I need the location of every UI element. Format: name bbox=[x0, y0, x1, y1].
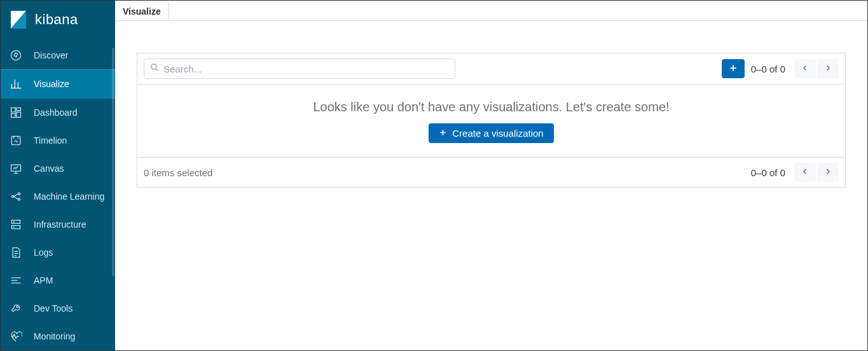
pager-prev-button[interactable] bbox=[794, 163, 816, 182]
svg-rect-5 bbox=[17, 112, 21, 117]
sidebar-item-dev-tools[interactable]: Dev Tools bbox=[1, 294, 115, 322]
chevron-left-icon bbox=[801, 64, 809, 74]
sidebar-item-dashboard[interactable]: Dashboard bbox=[1, 99, 115, 127]
sidebar-item-label: Visualize bbox=[34, 79, 69, 89]
panel-footer: 0 items selected 0–0 of 0 bbox=[137, 158, 845, 187]
kibana-logo-icon bbox=[8, 10, 29, 30]
sidebar-item-label: APM bbox=[34, 275, 53, 286]
wrench-icon bbox=[10, 302, 22, 315]
pager-next-button[interactable] bbox=[817, 59, 839, 78]
dashboard-icon bbox=[10, 106, 22, 119]
infrastructure-icon bbox=[10, 218, 22, 231]
sidebar-scrollbar[interactable] bbox=[112, 48, 114, 277]
svg-rect-3 bbox=[11, 108, 16, 113]
svg-rect-12 bbox=[11, 220, 20, 223]
visualization-list-panel: 0–0 of 0 bbox=[137, 53, 846, 188]
plus-icon bbox=[729, 62, 738, 76]
sidebar-item-label: Infrastructure bbox=[34, 219, 86, 230]
sidebar-item-discover[interactable]: Discover bbox=[1, 41, 115, 69]
sidebar-item-label: Timelion bbox=[34, 135, 67, 146]
chevron-left-icon bbox=[801, 167, 809, 177]
svg-rect-13 bbox=[11, 226, 20, 229]
svg-rect-6 bbox=[11, 114, 16, 118]
brand-logo[interactable]: kibana bbox=[1, 1, 115, 41]
pager-top: 0–0 of 0 bbox=[751, 59, 839, 78]
chevron-right-icon bbox=[824, 167, 832, 177]
svg-point-11 bbox=[18, 198, 20, 200]
svg-point-15 bbox=[13, 227, 14, 228]
svg-point-9 bbox=[11, 195, 13, 197]
sidebar-item-machine-learning[interactable]: Machine Learning bbox=[1, 182, 115, 210]
add-visualization-button[interactable] bbox=[722, 59, 745, 78]
apm-icon bbox=[10, 274, 22, 287]
timelion-icon bbox=[10, 134, 22, 147]
empty-state-title: Looks like you don't have any visualizat… bbox=[144, 100, 839, 114]
tab-label: Visualize bbox=[123, 6, 161, 17]
search-field-wrap bbox=[144, 59, 455, 79]
search-input[interactable] bbox=[144, 59, 455, 79]
sidebar: kibana Discover Visualize Dashboard Time… bbox=[1, 1, 115, 350]
pager-prev-button[interactable] bbox=[794, 59, 816, 78]
sidebar-item-label: Logs bbox=[34, 247, 53, 258]
selected-count-text: 0 items selected bbox=[144, 167, 212, 178]
pager-range-text: 0–0 of 0 bbox=[751, 64, 785, 74]
toolbar: 0–0 of 0 bbox=[137, 53, 845, 85]
compass-icon bbox=[10, 49, 22, 62]
top-tab-bar: Visualize bbox=[115, 1, 867, 21]
sidebar-item-label: Machine Learning bbox=[34, 191, 104, 202]
heartbeat-icon bbox=[10, 330, 22, 343]
ml-icon bbox=[10, 190, 22, 203]
svg-point-14 bbox=[13, 221, 14, 222]
sidebar-item-visualize[interactable]: Visualize bbox=[1, 69, 115, 99]
svg-rect-4 bbox=[17, 108, 21, 111]
tab-visualize[interactable]: Visualize bbox=[115, 1, 169, 20]
sidebar-item-timelion[interactable]: Timelion bbox=[1, 127, 115, 155]
plus-icon bbox=[439, 128, 447, 139]
empty-state: Looks like you don't have any visualizat… bbox=[137, 85, 845, 158]
sidebar-item-canvas[interactable]: Canvas bbox=[1, 155, 115, 182]
create-visualization-button[interactable]: Create a visualization bbox=[429, 123, 553, 143]
brand-name: kibana bbox=[35, 11, 78, 28]
svg-point-2 bbox=[11, 51, 21, 60]
sidebar-item-label: Discover bbox=[34, 50, 68, 60]
pager-bottom: 0–0 of 0 bbox=[751, 163, 839, 182]
sidebar-item-infrastructure[interactable]: Infrastructure bbox=[1, 210, 115, 238]
logs-icon bbox=[10, 246, 22, 259]
chart-icon bbox=[10, 78, 22, 90]
sidebar-item-logs[interactable]: Logs bbox=[1, 238, 115, 266]
main-content: Visualize 0–0 of 0 bbox=[115, 1, 867, 350]
content-area: 0–0 of 0 bbox=[115, 21, 867, 188]
pager-range-text: 0–0 of 0 bbox=[751, 167, 785, 178]
chevron-right-icon bbox=[824, 64, 832, 74]
pager-next-button[interactable] bbox=[817, 163, 839, 182]
svg-point-10 bbox=[18, 193, 20, 195]
sidebar-item-label: Dev Tools bbox=[34, 303, 72, 313]
canvas-icon bbox=[10, 162, 22, 175]
sidebar-item-monitoring[interactable]: Monitoring bbox=[1, 322, 115, 350]
sidebar-item-label: Dashboard bbox=[34, 107, 78, 118]
sidebar-item-label: Monitoring bbox=[34, 331, 75, 341]
create-button-label: Create a visualization bbox=[452, 128, 543, 139]
sidebar-item-apm[interactable]: APM bbox=[1, 266, 115, 294]
sidebar-item-label: Canvas bbox=[34, 163, 64, 174]
